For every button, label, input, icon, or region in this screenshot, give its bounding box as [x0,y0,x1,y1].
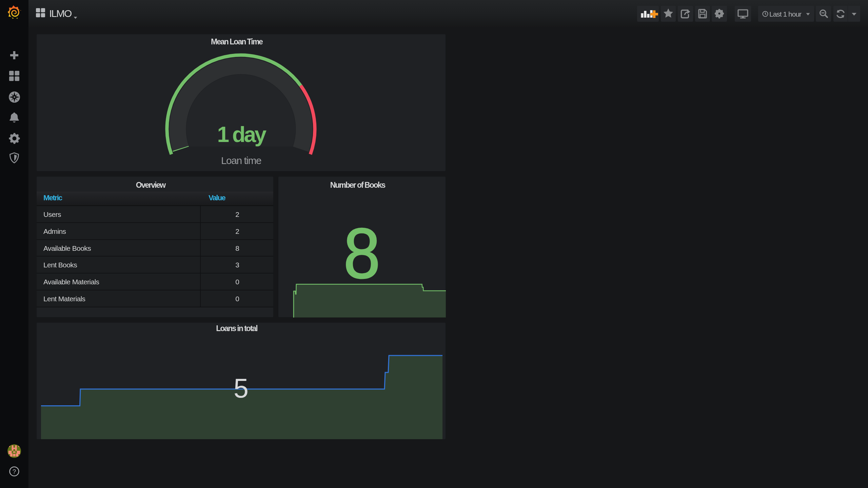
svg-text:?: ? [13,468,16,475]
